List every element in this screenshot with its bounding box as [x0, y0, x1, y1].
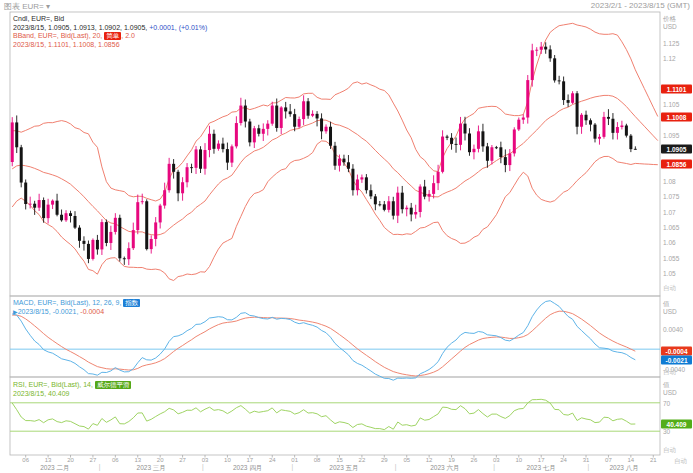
day-tick-label: 20 [157, 457, 164, 463]
macd-legend-line1: MACD, EUR=, Bid(Last), 12, 26, 9, 指数 [13, 299, 140, 308]
month-separator: | [587, 463, 589, 470]
day-tick-label: 21 [650, 457, 657, 463]
day-tick-label: 19 [448, 457, 455, 463]
price-axis-flag: 1.0905 [661, 144, 692, 153]
rsi-line [12, 399, 635, 429]
day-tick-label: 13 [134, 457, 141, 463]
day-tick-label: 29 [381, 457, 388, 463]
price-tick-label: 1.105 [663, 101, 679, 108]
macd-pane-legend: MACD, EUR=, Bid(Last), 12, 26, 9, 指数 ▶20… [13, 299, 140, 316]
macd-signal-value: -0.0004 [80, 308, 104, 315]
day-tick-label: 13 [45, 457, 52, 463]
macd-legend-line2: ▶2023/8/15, -0.0021, -0.0004 [13, 308, 140, 317]
price-tick-label: 1.07 [663, 208, 676, 215]
macd-axis-unit: USD [663, 308, 677, 315]
price-tick-label: 1.125 [663, 40, 679, 47]
day-tick-label: 22 [359, 457, 366, 463]
candles-layer [11, 42, 637, 265]
day-tick-label: 12 [426, 457, 433, 463]
day-tick-label: 24 [560, 457, 567, 463]
month-separator: | [202, 463, 204, 470]
day-tick-label: 17 [246, 457, 253, 463]
day-tick-label: 08 [314, 457, 321, 463]
day-tick-label: 15 [336, 457, 343, 463]
price-axis-auto-button[interactable]: 自动 [663, 284, 676, 293]
rsi-params: RSI, EUR=, Bid(Last), 14, [13, 381, 93, 388]
day-tick-label: 24 [269, 457, 276, 463]
price-tick-label: 1.05 [663, 270, 676, 277]
month-label: 2023 二月 [40, 464, 69, 473]
macd-ma-type-chip: 指数 [123, 299, 140, 307]
macd-signal-line [12, 311, 635, 376]
day-tick-label: 27 [179, 457, 186, 463]
candle-change-value: +0.0001, (+0.01%) [149, 24, 207, 31]
day-tick-label: 10 [224, 457, 231, 463]
price-tick-label: 1.055 [663, 254, 679, 261]
rsi-axis-auto-button[interactable]: 自动 [663, 446, 676, 455]
month-label: 2023 六月 [430, 464, 459, 473]
month-label: 2023 八月 [609, 464, 638, 473]
rsi-axis-unit: USD [663, 389, 677, 396]
price-tick-label: 1.075 [663, 193, 679, 200]
rsi-smoothing-chip: 威尔德平滑 [95, 381, 132, 389]
bband-ma-type-chip: 简单 [104, 32, 121, 40]
price-axis-unit: USD [663, 23, 677, 30]
day-tick-label: 20 [67, 457, 74, 463]
rsi-tick-label: 70 [663, 399, 670, 406]
chart-canvas[interactable] [0, 0, 693, 473]
day-tick-label: 05 [403, 457, 410, 463]
day-tick-label: 27 [90, 457, 97, 463]
day-tick-label: 07 [605, 457, 612, 463]
day-tick-label: 17 [538, 457, 545, 463]
month-label: 2023 五月 [329, 464, 358, 473]
bband-upper-line [12, 23, 658, 201]
day-tick-label: 06 [22, 457, 29, 463]
month-separator: | [99, 463, 101, 470]
chart-window: 图表 EUR= ▾ 2023/2/1 - 2023/8/15 (GMT) 价格U… [0, 0, 693, 473]
price-tick-label: 1.12 [663, 55, 676, 62]
month-separator: | [292, 463, 294, 470]
month-label: 2023 三月 [137, 464, 166, 473]
month-label: 2023 七月 [527, 464, 556, 473]
price-tick-label: 1.095 [663, 132, 679, 139]
price-axis-flag: 1.1008 [661, 113, 692, 122]
macd-value: 2023/8/15, -0.0021, [18, 308, 79, 315]
bband-legend-line1: BBand, EUR=, Bid(Last), 20, 简单, 2.0 [13, 32, 207, 41]
macd-axis-flag: -0.0021 [661, 355, 692, 364]
price-tick-label: 1.08 [663, 178, 676, 185]
time-axis-auto-button[interactable]: 自动 [674, 457, 687, 466]
candle-ohlc-values: 2023/8/15, 1.0905, 1.0913, 1.0902, 1.090… [13, 24, 147, 31]
day-tick-label: 10 [515, 457, 522, 463]
macd-tick-label: 0.0040 [663, 325, 683, 332]
price-axis-flag: 1.1101 [661, 84, 692, 93]
month-label: 2023 四月 [233, 464, 262, 473]
price-tick-label: 1.06 [663, 239, 676, 246]
rsi-axis-flag: 40.409 [661, 419, 692, 428]
rsi-tick-label: 30 [663, 428, 670, 435]
candle-legend-line1: Cndl, EUR=, Bid [13, 15, 207, 24]
macd-params: MACD, EUR=, Bid(Last), 12, 26, 9, [13, 299, 121, 306]
bband-stdev: , 2.0 [121, 32, 135, 39]
month-separator: | [395, 463, 397, 470]
day-tick-label: 26 [471, 457, 478, 463]
candle-legend-line2: 2023/8/15, 1.0905, 1.0913, 1.0902, 1.090… [13, 24, 207, 33]
bband-legend-line2: 2023/8/15, 1.1101, 1.1008, 1.0856 [13, 41, 207, 50]
day-tick-label: 14 [628, 457, 635, 463]
day-tick-label: 06 [112, 457, 119, 463]
rsi-pane-legend: RSI, EUR=, Bid(Last), 14, 威尔德平滑 2023/8/1… [13, 381, 131, 398]
rsi-legend-line2: 2023/8/15, 40.409 [13, 390, 131, 399]
bband-params: BBand, EUR=, Bid(Last), 20, [13, 32, 102, 39]
main-pane-legend: Cndl, EUR=, Bid 2023/8/15, 1.0905, 1.091… [13, 15, 207, 49]
rsi-legend-line1: RSI, EUR=, Bid(Last), 14, 威尔德平滑 [13, 381, 131, 390]
macd-axis-auto-button[interactable]: 自动 [663, 368, 676, 377]
price-tick-label: 1.065 [663, 224, 679, 231]
month-separator: | [493, 463, 495, 470]
price-axis-flag: 1.0856 [661, 159, 692, 168]
